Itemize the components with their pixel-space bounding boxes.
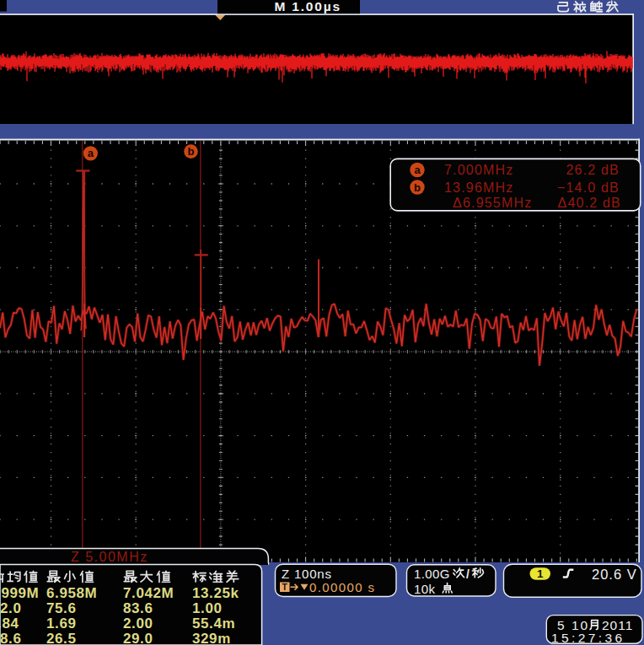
svg-text:M 1.00µs: M 1.00µs bbox=[275, 0, 341, 13]
svg-text:Z 100ns: Z 100ns bbox=[282, 567, 332, 581]
svg-text:6.958M: 6.958M bbox=[46, 585, 97, 601]
svg-text:b: b bbox=[188, 145, 195, 158]
svg-text:13.25k: 13.25k bbox=[192, 585, 239, 601]
svg-text:0.00000 s: 0.00000 s bbox=[309, 580, 376, 594]
svg-text:1.84: 1.84 bbox=[0, 615, 19, 632]
svg-text:329m: 329m bbox=[192, 631, 231, 645]
svg-text:20.6 V: 20.6 V bbox=[592, 567, 637, 582]
svg-text:10k: 10k bbox=[414, 582, 435, 596]
svg-text:26.2 dB: 26.2 dB bbox=[566, 163, 620, 177]
svg-text:6.999M: 6.999M bbox=[0, 585, 39, 601]
svg-text:b: b bbox=[414, 181, 421, 194]
svg-text:/: / bbox=[466, 567, 470, 581]
svg-text:28.6: 28.6 bbox=[0, 631, 22, 645]
svg-text:1.69: 1.69 bbox=[46, 615, 77, 632]
svg-text:26.5: 26.5 bbox=[46, 631, 77, 645]
svg-text:1.00: 1.00 bbox=[192, 600, 223, 616]
svg-text:7.000MHz: 7.000MHz bbox=[444, 163, 514, 177]
svg-text:−14.0 dB: −14.0 dB bbox=[557, 180, 620, 195]
svg-text:7.042M: 7.042M bbox=[123, 585, 174, 601]
svg-text:82.0: 82.0 bbox=[0, 600, 22, 616]
svg-text:83.6: 83.6 bbox=[123, 600, 153, 616]
svg-text:13.96MHz: 13.96MHz bbox=[444, 180, 514, 195]
svg-text:29.0: 29.0 bbox=[123, 631, 153, 645]
svg-text:75.6: 75.6 bbox=[46, 600, 77, 616]
svg-text:Z 5.00MHz: Z 5.00MHz bbox=[71, 550, 148, 564]
svg-text:Δ40.2 dB: Δ40.2 dB bbox=[558, 196, 621, 210]
svg-text:T: T bbox=[282, 582, 287, 592]
svg-text:15:27:36: 15:27:36 bbox=[551, 631, 625, 645]
svg-text:2.00: 2.00 bbox=[123, 615, 153, 632]
svg-text:a: a bbox=[414, 164, 421, 176]
svg-text:a: a bbox=[88, 147, 94, 159]
svg-text:Δ6.955MHz: Δ6.955MHz bbox=[453, 196, 532, 210]
svg-text:1.00G: 1.00G bbox=[414, 567, 450, 581]
svg-text:55.4m: 55.4m bbox=[192, 615, 235, 632]
svg-text:1: 1 bbox=[537, 567, 544, 580]
